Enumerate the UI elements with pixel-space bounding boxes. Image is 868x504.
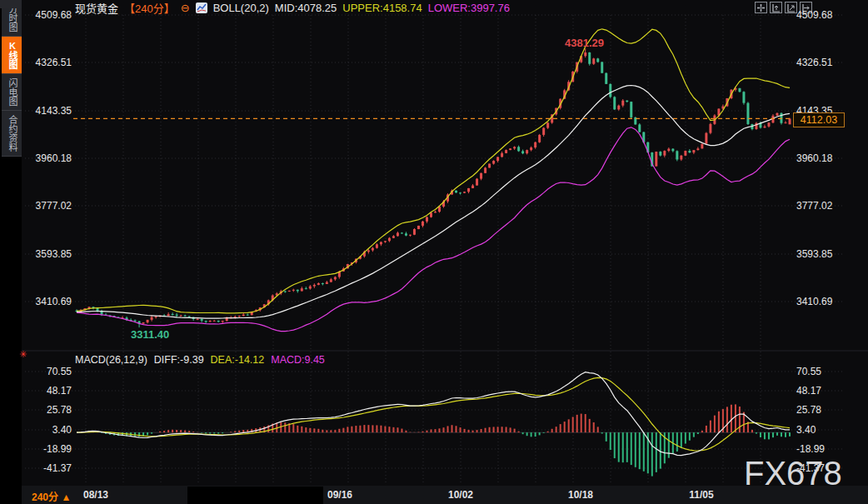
y-axis-tick: 4509.68 <box>25 9 72 21</box>
period-badge-label: 240分 <box>32 492 58 503</box>
y-axis-tick: 3593.85 <box>796 248 832 260</box>
session-high-annotation: 4381.29 <box>565 37 604 49</box>
zoom-diagonal-axis-icon[interactable] <box>785 2 797 13</box>
period-badge[interactable]: 240分 ▲ <box>32 489 71 503</box>
y-axis-tick: 4326.51 <box>796 57 832 68</box>
chart-canvas[interactable] <box>0 0 868 504</box>
y-axis-tick: 3410.69 <box>25 296 72 307</box>
x-axis-label: 10/18 <box>568 489 593 501</box>
symbol-name: 现货黄金 <box>75 0 118 16</box>
y-axis-tick: 4143.35 <box>25 105 72 117</box>
sidebar: 分时图 K线图 闪电图 合约资料 <box>0 0 22 504</box>
last-price-tag: 4112.03 <box>793 112 845 127</box>
y-axis-tick: 3.40 <box>796 424 816 436</box>
macd-series <box>77 372 791 477</box>
macd-macd-value: MACD:9.45 <box>271 354 325 366</box>
boll-upper-line <box>77 29 790 313</box>
y-axis-tick: 3.40 <box>25 424 72 436</box>
zoom-vertical-axis-icon[interactable] <box>770 2 782 13</box>
sidebar-item-kline-chart[interactable]: K线图 <box>2 37 22 74</box>
y-axis-tick: -41.37 <box>25 462 72 474</box>
y-axis-tick: 3960.18 <box>796 152 832 164</box>
period-badge-arrow-icon: ▲ <box>61 492 71 503</box>
candles-series <box>76 48 791 327</box>
x-axis-label: 10/02 <box>448 489 473 501</box>
x-axis-label: 09/16 <box>327 489 352 501</box>
macd-diff-value: DIFF:-9.39 <box>154 354 204 366</box>
sidebar-item-contract-info[interactable]: 合约资料 <box>2 111 22 157</box>
collapse-indicator-icon[interactable]: ⊖ <box>181 2 190 14</box>
boll-mid-value: MID:4078.25 <box>275 2 337 14</box>
boll-mid-line <box>77 86 790 319</box>
crosshair-icon[interactable] <box>755 2 767 13</box>
sidebar-footer-block <box>0 0 22 8</box>
y-axis-tick: 3777.02 <box>25 200 72 212</box>
macd-header: MACD(26,12,9) DIFF:-9.39 DEA:-14.12 MACD… <box>75 354 325 366</box>
y-axis-tick: 3410.69 <box>796 296 832 307</box>
h-scrollbar-thumb[interactable] <box>187 487 323 504</box>
y-axis-tick: -18.99 <box>796 443 825 455</box>
sidebar-item-lightning-chart[interactable]: 闪电图 <box>2 74 22 111</box>
indicator-settings-icon[interactable]: ✳ <box>19 349 27 360</box>
boll-upper-value: UPPER:4158.74 <box>342 2 422 14</box>
chart-type-icon[interactable] <box>196 2 207 13</box>
macd-diff-line <box>77 372 790 456</box>
y-axis-tick: 4509.68 <box>796 9 832 21</box>
x-axis-label: 08/13 <box>83 489 108 501</box>
boll-label: BOLL(20,2) <box>213 2 269 14</box>
y-axis-tick: 70.55 <box>796 366 821 377</box>
y-axis-tick: 4326.51 <box>25 57 72 68</box>
period-label: 【240分】 <box>124 0 175 16</box>
x-axis-label: 11/05 <box>689 489 713 501</box>
macd-title: MACD(26,12,9) <box>75 354 147 366</box>
y-axis-tick: 25.78 <box>25 404 72 416</box>
y-axis-tick: 48.17 <box>25 385 72 397</box>
chart-header: 现货黄金 【240分】 ⊖ BOLL(20,2) MID:4078.25 UPP… <box>75 1 510 15</box>
y-axis-tick: 3593.85 <box>25 248 72 260</box>
session-low-annotation: 3311.40 <box>131 328 169 341</box>
y-axis-tick: 70.55 <box>25 366 72 377</box>
y-axis-tick: 48.17 <box>796 385 821 397</box>
boll-lower-value: LOWER:3997.76 <box>428 2 510 14</box>
y-axis-tick: 25.78 <box>796 404 821 416</box>
watermark: FX678 <box>744 455 842 492</box>
boll-lower-line <box>77 127 790 332</box>
y-axis-tick: 3777.02 <box>796 200 832 212</box>
macd-dea-line <box>77 377 790 451</box>
time-axis-bar <box>22 486 868 504</box>
macd-dea-value: DEA:-14.12 <box>211 354 265 366</box>
y-axis-tick: -18.99 <box>25 443 72 455</box>
y-axis-tick: 3960.18 <box>25 152 72 164</box>
